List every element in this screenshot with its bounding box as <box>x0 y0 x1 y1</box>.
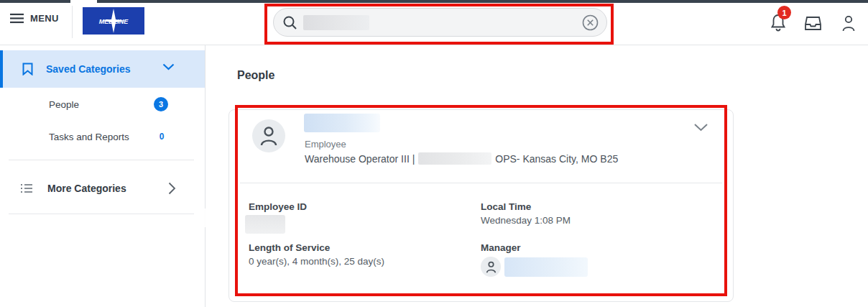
sidebar-item-more-categories[interactable]: More Categories <box>0 177 205 200</box>
person-icon <box>486 261 497 273</box>
person-name-redacted <box>304 114 380 132</box>
avatar <box>252 119 285 152</box>
sidebar-divider <box>9 214 194 214</box>
job-title-suffix: OPS- Kansas City, MO B25 <box>495 153 618 165</box>
chevron-down-icon <box>162 63 175 70</box>
sidebar-item-people[interactable]: People 3 <box>0 94 205 114</box>
more-categories-label: More Categories <box>47 183 126 194</box>
job-title-prefix: Warehouse Operator III | <box>305 153 415 165</box>
top-bar: MENU MEDLINE 1 <box>0 0 868 45</box>
app-window: MENU MEDLINE 1 <box>0 0 868 307</box>
people-count-badge: 3 <box>154 97 168 111</box>
clear-search-icon[interactable] <box>582 14 599 31</box>
length-of-service-label: Length of Service <box>249 242 330 253</box>
sidebar-item-saved-categories[interactable]: Saved Categories <box>0 50 205 88</box>
person-type: Employee <box>305 139 346 150</box>
local-time-value: Wednesday 1:08 PM <box>481 215 571 226</box>
tasks-and-reports-label: Tasks and Reports <box>49 132 129 142</box>
manager-name-redacted <box>504 257 588 277</box>
length-of-service-value: 0 year(s), 4 month(s), 25 day(s) <box>249 256 384 267</box>
saved-categories-label: Saved Categories <box>46 63 131 75</box>
page-title: People <box>237 69 274 82</box>
search-text-redacted <box>303 15 369 30</box>
manager-avatar <box>481 257 501 277</box>
sidebar: Saved Categories People 3 Tasks and Repo… <box>0 45 206 307</box>
menu-button[interactable]: MENU <box>10 13 59 24</box>
employee-id-redacted <box>245 215 285 234</box>
sidebar-item-tasks-and-reports[interactable]: Tasks and Reports 0 <box>0 127 205 147</box>
chevron-right-icon <box>168 182 176 195</box>
bookmark-icon <box>22 63 33 75</box>
person-icon <box>259 126 278 146</box>
inbox-button[interactable] <box>804 16 822 31</box>
expand-card-chevron-icon[interactable] <box>693 123 708 132</box>
medline-logo[interactable]: MEDLINE <box>83 7 144 35</box>
local-time-label: Local Time <box>481 201 531 212</box>
inbox-icon <box>804 16 822 31</box>
notification-badge: 1 <box>777 6 791 19</box>
sidebar-divider <box>9 160 194 160</box>
hamburger-icon <box>10 13 24 24</box>
main-content: People Employee Warehouse Operator III |… <box>206 45 868 307</box>
logo-text: MEDLINE <box>99 18 129 25</box>
manager-label: Manager <box>481 242 521 253</box>
list-icon <box>20 183 33 194</box>
person-icon <box>841 15 856 32</box>
card-divider <box>240 183 722 183</box>
job-title-redacted <box>418 152 491 165</box>
person-result-card[interactable]: Employee Warehouse Operator III | OPS- K… <box>228 109 734 302</box>
menu-label: MENU <box>30 13 59 24</box>
employee-id-label: Employee ID <box>249 201 307 212</box>
search-icon <box>282 15 297 30</box>
search-input[interactable] <box>273 8 607 37</box>
people-label: People <box>49 99 79 110</box>
tasks-count: 0 <box>157 132 167 142</box>
profile-button[interactable] <box>841 15 856 32</box>
job-title-line: Warehouse Operator III | OPS- Kansas Cit… <box>305 152 618 165</box>
top-strip <box>0 0 868 3</box>
header-divider <box>72 6 73 38</box>
